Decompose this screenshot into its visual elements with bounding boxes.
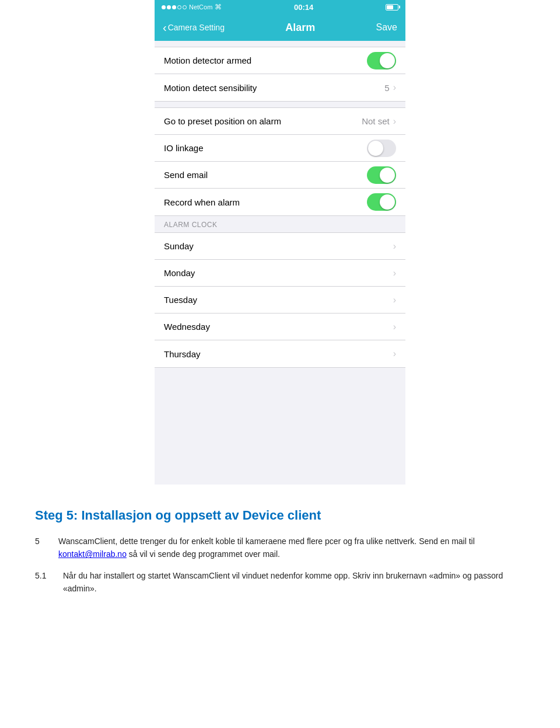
go-to-preset-label: Go to preset position on alarm (164, 116, 281, 126)
alarm-clock-header: ALARM CLOCK (155, 216, 405, 232)
thursday-row[interactable]: Thursday › (155, 340, 405, 367)
save-button[interactable]: Save (376, 22, 397, 33)
nav-title: Alarm (285, 22, 315, 34)
io-linkage-label: IO linkage (164, 143, 204, 153)
back-arrow-icon: ‹ (163, 22, 167, 33)
sensibility-value: 5 (384, 83, 389, 93)
sunday-chevron-icon: › (393, 241, 396, 252)
motion-detector-armed-row[interactable]: Motion detector armed (155, 47, 405, 74)
wednesday-row[interactable]: Wednesday › (155, 314, 405, 340)
status-bar: NetCom ⌘ 00:14 (155, 0, 405, 14)
alarm-actions-group: Go to preset position on alarm Not set ›… (155, 107, 405, 216)
thursday-label: Thursday (164, 349, 201, 359)
status-bar-right (386, 4, 398, 11)
monday-label: Monday (164, 268, 195, 278)
item-5-1-text: Når du har installert og startet Wanscam… (63, 569, 525, 595)
record-when-alarm-row[interactable]: Record when alarm (155, 189, 405, 215)
record-toggle-knob (380, 194, 395, 210)
sunday-label: Sunday (164, 241, 194, 251)
motion-group: Motion detector armed Motion detect sens… (155, 47, 405, 102)
preset-chevron-icon: › (393, 116, 396, 127)
status-bar-left: NetCom ⌘ (162, 3, 222, 11)
item-5-1-num: 5.1 (35, 569, 54, 595)
chevron-icon: › (393, 82, 396, 93)
io-toggle-knob (368, 141, 383, 156)
send-email-row[interactable]: Send email (155, 162, 405, 189)
motion-detector-armed-label: Motion detector armed (164, 55, 251, 65)
item-5-num: 5 (35, 535, 49, 561)
email-link[interactable]: kontakt@milrab.no (58, 549, 127, 559)
toggle-knob (380, 53, 395, 68)
send-email-toggle[interactable] (367, 166, 396, 184)
alarm-clock-group: Sunday › Monday › Tuesday › Wednesday › … (155, 232, 405, 368)
item-5-text: WanscamClient, dette trenger du for enke… (58, 535, 525, 561)
carrier-label: NetCom (189, 4, 212, 11)
item-5: 5 WanscamClient, dette trenger du for en… (35, 535, 525, 561)
motion-detect-sensibility-row[interactable]: Motion detect sensibility 5 › (155, 74, 405, 101)
monday-chevron-icon: › (393, 268, 396, 278)
monday-row[interactable]: Monday › (155, 260, 405, 287)
sunday-row[interactable]: Sunday › (155, 233, 405, 260)
section-heading: Steg 5: Installasjon og oppsett av Devic… (35, 508, 525, 523)
preset-right: Not set › (362, 116, 396, 127)
section-gap-1 (155, 41, 405, 47)
section-gap-2 (155, 102, 405, 107)
signal-icon (162, 5, 187, 9)
back-label: Camera Setting (168, 23, 225, 32)
io-linkage-row[interactable]: IO linkage (155, 135, 405, 162)
tuesday-row[interactable]: Tuesday › (155, 287, 405, 314)
tuesday-chevron-icon: › (393, 295, 396, 305)
preset-value: Not set (362, 116, 390, 126)
wednesday-label: Wednesday (164, 322, 210, 332)
email-toggle-knob (380, 168, 395, 183)
record-when-alarm-toggle[interactable] (367, 193, 396, 211)
send-email-label: Send email (164, 170, 208, 180)
item-5-1: 5.1 Når du har installert og startet Wan… (35, 569, 525, 595)
phone-frame: NetCom ⌘ 00:14 ‹ Camera Setting Alarm Sa… (155, 0, 405, 485)
wifi-icon: ⌘ (215, 3, 222, 11)
go-to-preset-row[interactable]: Go to preset position on alarm Not set › (155, 108, 405, 135)
bottom-gap (155, 368, 405, 485)
page-content: Steg 5: Installasjon og oppsett av Devic… (0, 485, 560, 627)
battery-icon (386, 4, 398, 11)
record-when-alarm-label: Record when alarm (164, 197, 240, 207)
back-button[interactable]: ‹ Camera Setting (163, 22, 225, 33)
io-linkage-toggle[interactable] (367, 140, 396, 157)
thursday-chevron-icon: › (393, 349, 396, 359)
motion-detector-armed-toggle[interactable] (367, 52, 396, 69)
wednesday-chevron-icon: › (393, 322, 396, 332)
sensibility-right: 5 › (384, 82, 396, 93)
nav-bar: ‹ Camera Setting Alarm Save (155, 14, 405, 41)
clock: 00:14 (294, 3, 313, 12)
motion-detect-sensibility-label: Motion detect sensibility (164, 83, 257, 93)
tuesday-label: Tuesday (164, 295, 197, 305)
